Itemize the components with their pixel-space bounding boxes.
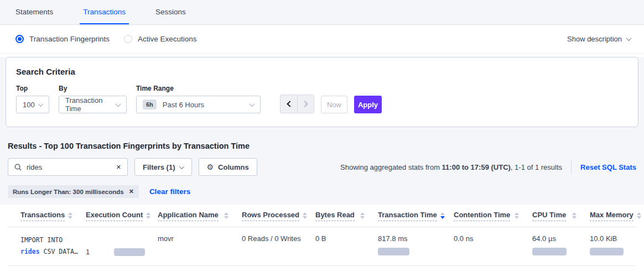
column-header-cpu-time[interactable]: CPU Time xyxy=(532,211,590,221)
cell-contention-time: 0.0 ns xyxy=(454,234,532,265)
time-range-label: Time Range xyxy=(136,85,261,92)
show-description-label: Show description xyxy=(567,35,622,43)
gear-icon: ⚙ xyxy=(207,163,214,171)
filters-label: Filters (1) xyxy=(143,163,175,171)
page-body: Search Criteria Top 100 By Transaction T… xyxy=(0,57,644,205)
column-header-bytes-read[interactable]: Bytes Read xyxy=(315,211,378,221)
tab-sessions[interactable]: Sessions xyxy=(152,0,189,24)
top-label: Top xyxy=(16,85,49,92)
table-row: IMPORT INTO rides CSV DATA… 1 movr 0 Rea… xyxy=(8,227,636,266)
transactions-table: Transactions Execution Count Application… xyxy=(8,205,636,266)
cell-execution-count: 1 xyxy=(86,238,158,265)
results-table-section: Transactions Execution Count Application… xyxy=(0,205,644,266)
column-header-rows-processed[interactable]: Rows Processed xyxy=(242,211,315,221)
chevron-left-icon xyxy=(287,101,293,107)
top-field: Top 100 xyxy=(16,85,49,113)
reset-sql-stats-link[interactable]: Reset SQL Stats xyxy=(580,163,636,171)
next-time-button[interactable] xyxy=(297,95,314,113)
filters-button[interactable]: Filters (1) xyxy=(134,158,192,176)
search-match-text: rides xyxy=(20,248,40,255)
search-criteria-controls: Top 100 By Transaction Time Time Range 6… xyxy=(16,85,628,113)
results-toolbar: ✕ Filters (1) ⚙ Columns Showing aggregat… xyxy=(8,158,636,176)
chevron-down-icon xyxy=(179,164,184,169)
tab-transactions[interactable]: Transactions xyxy=(80,0,129,24)
cpu-time-bar xyxy=(532,248,567,255)
top-select[interactable]: 100 xyxy=(16,96,49,113)
max-memory-bar xyxy=(590,248,624,255)
stats-time-range: 11:00 to 17:59 (UTC) xyxy=(442,163,511,171)
view-toggle-row: Transaction Fingerprints Active Executio… xyxy=(0,25,644,54)
cell-bytes-read: 0 B xyxy=(315,234,378,265)
filter-chip-label: Runs Longer Than: 300 milliseconds xyxy=(13,189,124,195)
by-select-value: Transaction Time xyxy=(65,96,116,113)
time-range-select[interactable]: 6h Past 6 Hours xyxy=(136,96,261,113)
column-header-transaction-time[interactable]: Transaction Time xyxy=(378,211,454,221)
column-header-max-memory[interactable]: Max Memory xyxy=(590,211,644,221)
column-header-application-name[interactable]: Application Name xyxy=(158,211,242,221)
chevron-down-icon xyxy=(250,101,255,107)
time-step-group xyxy=(280,95,314,113)
by-select[interactable]: Transaction Time xyxy=(59,96,127,113)
column-header-execution-count[interactable]: Execution Count xyxy=(86,211,158,221)
tab-statements[interactable]: Statements xyxy=(12,0,56,24)
sort-icon xyxy=(515,212,519,219)
sort-icon xyxy=(68,212,72,219)
cell-cpu-time: 64.0 µs xyxy=(532,234,590,265)
by-field: By Transaction Time xyxy=(59,85,127,113)
execution-count-bar xyxy=(114,248,145,256)
top-select-value: 100 xyxy=(23,101,35,109)
sort-icon xyxy=(360,212,365,219)
search-input[interactable] xyxy=(27,163,113,171)
filter-chip: Runs Longer Than: 300 milliseconds ✕ xyxy=(8,185,139,198)
search-icon xyxy=(14,164,22,171)
chevron-down-icon xyxy=(38,101,44,107)
sort-icon xyxy=(303,212,307,219)
previous-time-button[interactable] xyxy=(281,95,297,113)
columns-label: Columns xyxy=(218,163,249,171)
search-criteria-title: Search Criteria xyxy=(16,67,628,76)
cell-rows-processed: 0 Reads / 0 Writes xyxy=(242,234,315,265)
sql-activity-tabs: Statements Transactions Sessions xyxy=(0,0,644,25)
search-box: ✕ xyxy=(8,158,128,176)
radio-selected-icon xyxy=(15,35,24,43)
radio-label: Active Executions xyxy=(138,35,197,43)
radio-transaction-fingerprints[interactable]: Transaction Fingerprints xyxy=(15,35,110,43)
clear-search-icon[interactable]: ✕ xyxy=(113,164,121,171)
column-header-contention-time[interactable]: Contention Time xyxy=(454,211,532,221)
transaction-fingerprint-link[interactable]: IMPORT INTO rides CSV DATA… xyxy=(20,234,86,265)
results-heading: Results - Top 100 Transaction Fingerprin… xyxy=(8,142,644,150)
cell-max-memory: 10.0 KiB xyxy=(590,234,636,265)
remove-filter-icon[interactable]: ✕ xyxy=(129,188,134,195)
cell-transaction-time: 817.8 ms xyxy=(378,234,454,265)
radio-active-executions[interactable]: Active Executions xyxy=(124,35,197,43)
time-range-field: Time Range 6h Past 6 Hours xyxy=(136,85,261,113)
vertical-divider xyxy=(571,160,572,174)
sort-icon xyxy=(146,212,150,219)
sort-icon xyxy=(572,212,577,219)
time-range-badge: 6h xyxy=(143,100,157,109)
apply-button[interactable]: Apply xyxy=(354,96,382,113)
stats-text: Showing aggregated stats from 11:00 to 1… xyxy=(340,163,562,171)
show-description-toggle[interactable]: Show description xyxy=(567,35,631,43)
transaction-time-bar xyxy=(378,248,409,255)
sort-icon xyxy=(224,212,228,219)
cell-application-name: movr xyxy=(158,234,242,265)
by-label: By xyxy=(59,85,127,92)
chevron-right-icon xyxy=(302,101,308,107)
search-criteria-card: Search Criteria Top 100 By Transaction T… xyxy=(6,57,638,127)
clear-filters-link[interactable]: Clear filters xyxy=(149,187,190,196)
radio-label: Transaction Fingerprints xyxy=(29,35,110,43)
sort-icon-active-desc xyxy=(440,212,445,219)
active-filters-row: Runs Longer Than: 300 milliseconds ✕ Cle… xyxy=(8,185,644,198)
table-header-row: Transactions Execution Count Application… xyxy=(8,205,636,227)
time-range-value: Past 6 Hours xyxy=(163,101,204,109)
chevron-down-icon xyxy=(626,35,632,41)
now-button[interactable]: Now xyxy=(321,96,347,113)
sort-icon xyxy=(637,212,641,219)
columns-button[interactable]: ⚙ Columns xyxy=(199,158,257,176)
radio-unselected-icon xyxy=(124,35,132,43)
column-header-transactions[interactable]: Transactions xyxy=(20,211,86,221)
stats-summary: Showing aggregated stats from 11:00 to 1… xyxy=(340,160,636,174)
